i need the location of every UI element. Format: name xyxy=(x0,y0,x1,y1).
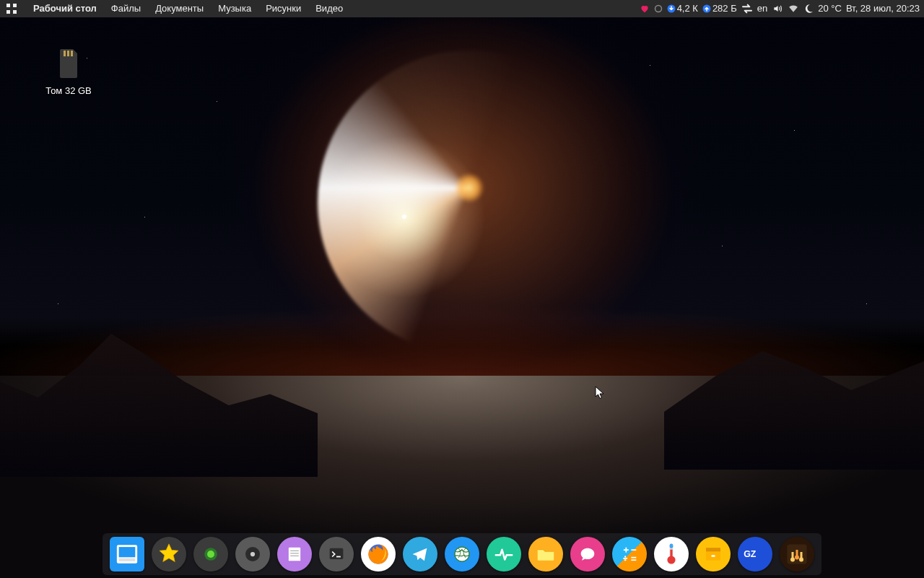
tray-night[interactable] xyxy=(803,4,814,14)
app-menu: Рабочий стол Файлы Документы Музыка Рису… xyxy=(26,0,350,17)
dock-item-files[interactable] xyxy=(110,537,144,571)
tray-wifi[interactable] xyxy=(788,4,799,14)
disc-icon xyxy=(242,543,263,565)
svg-rect-7 xyxy=(64,51,66,56)
dock-item-notes[interactable] xyxy=(277,537,312,571)
svg-rect-9 xyxy=(71,51,73,56)
record-icon xyxy=(200,543,222,565)
dock-item-favorites[interactable] xyxy=(152,537,186,571)
tray-lang[interactable]: en xyxy=(757,0,767,17)
swap-icon xyxy=(741,4,753,14)
tray-heart[interactable] xyxy=(640,4,650,14)
calculator-icon xyxy=(619,544,640,564)
menu-item-video[interactable]: Видео xyxy=(308,0,350,17)
dock-item-disc[interactable] xyxy=(235,537,270,571)
thermometer-icon xyxy=(663,543,680,566)
arrow-up-icon xyxy=(702,4,711,13)
svg-text:GZ: GZ xyxy=(744,549,757,559)
tray-net-up[interactable]: 282 Б xyxy=(702,0,737,17)
desktop-icon-label: Том 32 GB xyxy=(40,85,97,96)
moon-icon xyxy=(803,4,814,14)
svg-point-32 xyxy=(624,559,626,561)
pulse-icon xyxy=(493,543,515,565)
system-tray: 4,2 К 282 Б en xyxy=(640,0,920,17)
wifi-icon xyxy=(788,4,799,14)
svg-rect-48 xyxy=(801,552,803,558)
svg-rect-46 xyxy=(792,552,794,558)
svg-rect-47 xyxy=(796,550,798,556)
dock-item-folder[interactable] xyxy=(528,537,563,571)
heart-icon xyxy=(640,4,650,14)
svg-rect-2 xyxy=(6,10,10,14)
dock-item-chat[interactable] xyxy=(570,537,605,571)
dock-item-thermometer[interactable] xyxy=(654,537,689,571)
svg-point-4 xyxy=(655,6,661,12)
apps-grid-icon xyxy=(6,4,17,14)
indicator-icon xyxy=(654,4,663,13)
tray-net-down[interactable]: 4,2 К xyxy=(667,0,698,17)
globe-icon xyxy=(451,543,473,565)
svg-rect-40 xyxy=(712,555,715,557)
dock-item-firefox[interactable] xyxy=(361,537,396,571)
dock-item-archive[interactable] xyxy=(696,537,731,571)
tray-volume[interactable] xyxy=(772,4,783,14)
svg-rect-0 xyxy=(6,4,10,7)
menu-item-music[interactable]: Музыка xyxy=(211,0,258,17)
svg-rect-3 xyxy=(13,10,17,14)
dock-item-terminal[interactable] xyxy=(319,537,354,571)
folder-icon xyxy=(535,543,557,565)
volume-icon xyxy=(772,4,783,14)
wallpaper xyxy=(0,0,924,578)
net-up-value: 282 Б xyxy=(712,0,737,17)
tray-clock[interactable]: Вт, 28 июл, 20:23 xyxy=(846,0,920,17)
svg-rect-17 xyxy=(289,548,300,561)
apps-button[interactable] xyxy=(4,1,19,16)
terminal-icon xyxy=(326,544,346,564)
dock-item-gz[interactable]: GZ xyxy=(738,537,772,571)
svg-rect-8 xyxy=(67,51,69,56)
dock-item-record[interactable] xyxy=(193,537,228,571)
svg-rect-11 xyxy=(119,547,136,557)
dock-item-calculator[interactable] xyxy=(612,537,647,571)
mouse-cursor xyxy=(595,386,606,402)
svg-rect-37 xyxy=(670,544,674,548)
svg-rect-21 xyxy=(330,548,344,559)
svg-point-16 xyxy=(250,552,255,556)
arrow-down-icon xyxy=(667,4,676,13)
svg-rect-12 xyxy=(119,558,136,561)
firefox-icon xyxy=(365,541,391,567)
files-icon xyxy=(115,542,139,566)
dock-item-monitor[interactable] xyxy=(487,537,521,571)
dock-item-telegram[interactable] xyxy=(403,537,437,571)
tray-indicator[interactable] xyxy=(654,4,663,13)
media-icon xyxy=(784,541,810,567)
menu-item-pictures[interactable]: Рисунки xyxy=(258,0,308,17)
sd-card-icon xyxy=(51,46,86,81)
chat-icon xyxy=(578,544,598,564)
gz-icon: GZ xyxy=(743,547,767,561)
svg-rect-1 xyxy=(13,4,17,7)
datetime-value: Вт, 28 июл, 20:23 xyxy=(846,0,920,17)
svg-point-31 xyxy=(624,556,626,557)
dock-item-media[interactable] xyxy=(780,537,814,571)
tray-swap[interactable] xyxy=(741,4,753,14)
svg-rect-39 xyxy=(706,548,720,551)
svg-point-36 xyxy=(667,556,675,564)
svg-point-14 xyxy=(207,551,214,558)
desktop-icon-volume[interactable]: Том 32 GB xyxy=(40,46,97,96)
top-panel: Рабочий стол Файлы Документы Музыка Рису… xyxy=(0,0,924,17)
telegram-icon xyxy=(410,544,430,564)
net-down-value: 4,2 К xyxy=(677,0,698,17)
tray-weather[interactable]: 20 °C xyxy=(818,0,842,17)
archive-icon xyxy=(702,543,724,565)
note-icon xyxy=(284,544,305,564)
menu-item-documents[interactable]: Документы xyxy=(148,0,211,17)
menu-app-name[interactable]: Рабочий стол xyxy=(26,0,104,17)
star-icon xyxy=(157,542,181,566)
dock: GZ xyxy=(103,533,821,575)
dock-item-browser[interactable] xyxy=(445,537,479,571)
lang-value: en xyxy=(757,0,767,17)
temp-value: 20 °C xyxy=(818,0,842,17)
menu-item-files[interactable]: Файлы xyxy=(104,0,148,17)
